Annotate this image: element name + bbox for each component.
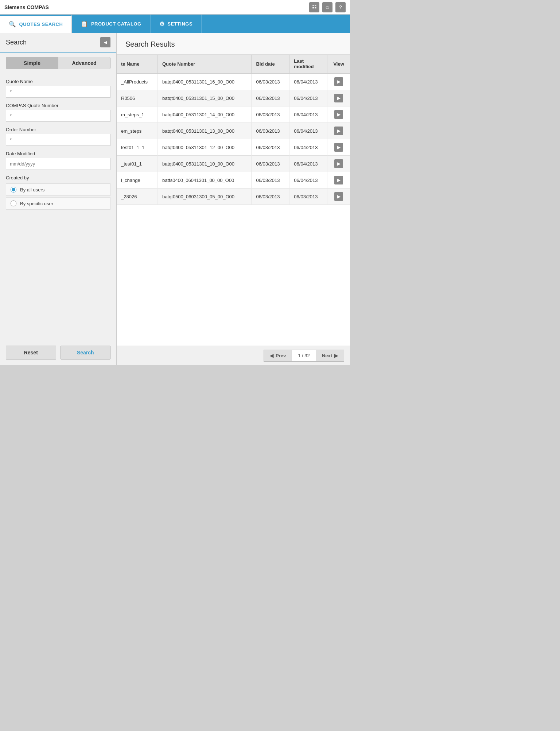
view-arrow-button[interactable]: ▶ bbox=[334, 94, 343, 102]
col-view: View bbox=[327, 55, 350, 73]
sidebar-collapse-button[interactable]: ◄ bbox=[100, 37, 110, 47]
col-last-modified: Lastmodified bbox=[289, 55, 327, 73]
search-button[interactable]: Search bbox=[61, 346, 111, 359]
cell-quote-number: batqt0400_05311301_14_00_O00 bbox=[158, 106, 251, 123]
action-buttons: Reset Search bbox=[0, 340, 116, 365]
compas-quote-number-input[interactable] bbox=[6, 110, 110, 122]
cell-te-name: _AllProducts bbox=[117, 73, 158, 90]
col-quote-number: Quote Number bbox=[158, 55, 251, 73]
pagination: ◀ Prev 1 / 32 Next ▶ bbox=[117, 346, 350, 365]
view-arrow-button[interactable]: ▶ bbox=[334, 77, 343, 86]
cell-quote-number: batqt0400_05311301_13_00_O00 bbox=[158, 123, 251, 139]
results-header: Search Results bbox=[117, 33, 350, 55]
top-bar-icons: ☷ ☺ ? bbox=[309, 2, 346, 12]
cell-last-modified: 06/04/2013 bbox=[289, 73, 327, 90]
results-table: te Name Quote Number Bid date Lastmodifi… bbox=[117, 55, 350, 346]
radio-specific-user-input[interactable] bbox=[11, 201, 16, 206]
search-form: Quote Name COMPAS Quote Number Order Num… bbox=[0, 74, 116, 337]
cell-bid-date: 06/03/2013 bbox=[252, 123, 289, 139]
radio-all-users[interactable]: By all users bbox=[6, 183, 110, 196]
next-chevron-icon: ▶ bbox=[334, 353, 338, 358]
cell-bid-date: 06/03/2013 bbox=[252, 172, 289, 188]
prev-label: Prev bbox=[276, 353, 286, 358]
cell-te-name: em_steps bbox=[117, 123, 158, 139]
app-title: Siemens COMPAS bbox=[4, 4, 49, 10]
pagination-info: 1 / 32 bbox=[292, 350, 316, 362]
quote-name-input[interactable] bbox=[6, 86, 110, 98]
cell-last-modified: 06/04/2013 bbox=[289, 123, 327, 139]
settings-icon: ⚙ bbox=[159, 20, 165, 27]
table-row: test01_1_1 batqt0400_05311301_12_00_O00 … bbox=[117, 139, 350, 156]
view-arrow-button[interactable]: ▶ bbox=[334, 110, 343, 119]
view-toggle-group: Simple Advanced bbox=[6, 57, 110, 69]
view-arrow-button[interactable]: ▶ bbox=[334, 192, 343, 201]
view-arrow-button[interactable]: ▶ bbox=[334, 127, 343, 135]
cell-bid-date: 06/03/2013 bbox=[252, 106, 289, 123]
search-results-table: te Name Quote Number Bid date Lastmodifi… bbox=[117, 55, 350, 205]
prev-button[interactable]: ◀ Prev bbox=[264, 350, 292, 362]
date-modified-label: Date Modified bbox=[6, 151, 110, 156]
prev-chevron-icon: ◀ bbox=[270, 353, 273, 358]
view-arrow-button[interactable]: ▶ bbox=[334, 159, 343, 168]
cell-view: ▶ bbox=[327, 172, 350, 188]
cell-te-name: test01_1_1 bbox=[117, 139, 158, 156]
tab-quotes-search[interactable]: 🔍 QUOTES SEARCH bbox=[0, 15, 72, 33]
sidebar-title: Search bbox=[6, 39, 27, 46]
cell-quote-number: batfs0400_06041301_00_00_O00 bbox=[158, 172, 251, 188]
cell-last-modified: 06/04/2013 bbox=[289, 156, 327, 172]
cell-last-modified: 06/04/2013 bbox=[289, 90, 327, 106]
results-title: Search Results bbox=[125, 40, 175, 48]
reset-button[interactable]: Reset bbox=[6, 346, 56, 359]
advanced-toggle-button[interactable]: Advanced bbox=[58, 57, 110, 69]
next-button[interactable]: Next ▶ bbox=[316, 350, 344, 362]
main-layout: Search ◄ Simple Advanced Quote Name COMP… bbox=[0, 33, 350, 365]
top-bar: Siemens COMPAS ☷ ☺ ? bbox=[0, 0, 350, 15]
cell-te-name: _28026 bbox=[117, 188, 158, 205]
table-header-row: te Name Quote Number Bid date Lastmodifi… bbox=[117, 55, 350, 73]
cell-quote-number: batqt0400_05311301_16_00_O00 bbox=[158, 73, 251, 90]
sidebar-header: Search ◄ bbox=[0, 33, 116, 53]
radio-all-users-label: By all users bbox=[20, 187, 44, 193]
quote-name-label: Quote Name bbox=[6, 79, 110, 84]
product-catalog-icon: 📋 bbox=[81, 20, 88, 27]
cell-view: ▶ bbox=[327, 139, 350, 156]
radio-specific-user[interactable]: By specific user bbox=[6, 197, 110, 210]
date-modified-input[interactable] bbox=[6, 158, 110, 170]
main-content: Search Results te Name Quote Number Bid … bbox=[117, 33, 350, 365]
user-icon[interactable]: ☺ bbox=[322, 2, 332, 12]
table-row: m_steps_1 batqt0400_05311301_14_00_O00 0… bbox=[117, 106, 350, 123]
cell-last-modified: 06/04/2013 bbox=[289, 106, 327, 123]
order-number-input[interactable] bbox=[6, 134, 110, 146]
view-arrow-button[interactable]: ▶ bbox=[334, 176, 343, 184]
simple-toggle-button[interactable]: Simple bbox=[6, 57, 58, 69]
radio-specific-user-label: By specific user bbox=[20, 201, 53, 206]
order-number-label: Order Number bbox=[6, 127, 110, 132]
cell-te-name: _test01_1 bbox=[117, 156, 158, 172]
cell-te-name: m_steps_1 bbox=[117, 106, 158, 123]
cell-last-modified: 06/04/2013 bbox=[289, 172, 327, 188]
cell-quote-number: batqt0500_06031300_05_00_O00 bbox=[158, 188, 251, 205]
tab-settings[interactable]: ⚙ SETTINGS bbox=[151, 15, 202, 33]
tab-bar: 🔍 QUOTES SEARCH 📋 PRODUCT CATALOG ⚙ SETT… bbox=[0, 15, 350, 33]
cell-bid-date: 06/03/2013 bbox=[252, 139, 289, 156]
table-row: l_change batfs0400_06041301_00_00_O00 06… bbox=[117, 172, 350, 188]
view-arrow-button[interactable]: ▶ bbox=[334, 143, 343, 152]
table-row: _28026 batqt0500_06031300_05_00_O00 06/0… bbox=[117, 188, 350, 205]
cell-view: ▶ bbox=[327, 156, 350, 172]
cell-view: ▶ bbox=[327, 73, 350, 90]
cell-last-modified: 06/03/2013 bbox=[289, 188, 327, 205]
col-te-name: te Name bbox=[117, 55, 158, 73]
sidebar: Search ◄ Simple Advanced Quote Name COMP… bbox=[0, 33, 117, 365]
table-row: R0506 batqt0400_05311301_15_00_O00 06/03… bbox=[117, 90, 350, 106]
cell-bid-date: 06/03/2013 bbox=[252, 90, 289, 106]
cell-bid-date: 06/03/2013 bbox=[252, 188, 289, 205]
help-icon[interactable]: ? bbox=[335, 2, 346, 12]
compas-quote-number-label: COMPAS Quote Number bbox=[6, 103, 110, 108]
tab-product-catalog[interactable]: 📋 PRODUCT CATALOG bbox=[72, 15, 150, 33]
cell-quote-number: batqt0400_05311301_10_00_O00 bbox=[158, 156, 251, 172]
document-icon[interactable]: ☷ bbox=[309, 2, 319, 12]
cell-te-name: l_change bbox=[117, 172, 158, 188]
radio-all-users-input[interactable] bbox=[11, 187, 16, 193]
col-bid-date: Bid date bbox=[252, 55, 289, 73]
cell-view: ▶ bbox=[327, 106, 350, 123]
